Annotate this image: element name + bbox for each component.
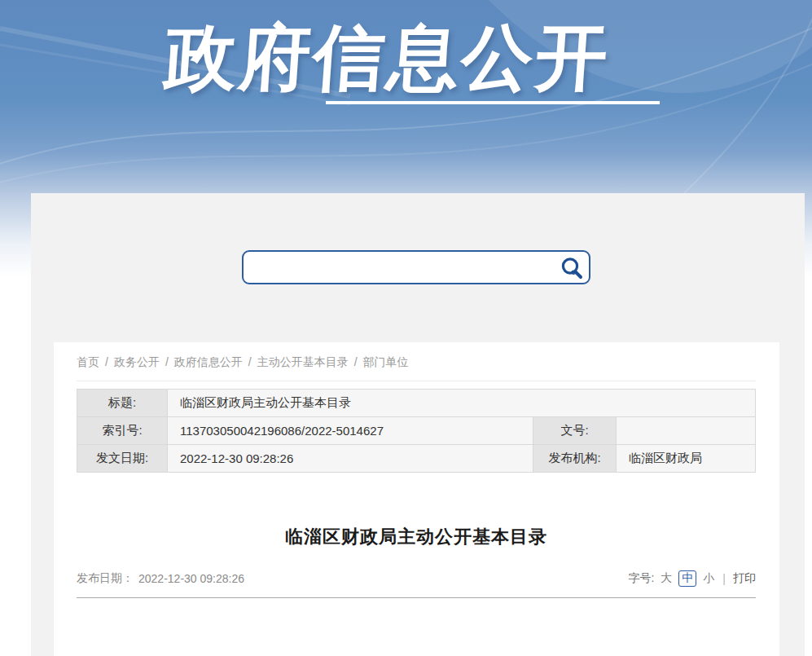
index-number-label: 索引号: xyxy=(77,417,168,445)
page-title: 政府信息公开 xyxy=(0,10,812,107)
title-underline xyxy=(326,101,660,104)
font-size-small-button[interactable]: 小 xyxy=(703,571,714,586)
font-size-large-button[interactable]: 大 xyxy=(661,571,672,586)
content-panel: 首页/政务公开/政府信息公开/主动公开基本目录/部门单位 标题: 临淄区财政局主… xyxy=(31,193,805,656)
doc-number-value xyxy=(617,417,756,445)
breadcrumb-separator: / xyxy=(354,355,358,368)
breadcrumb-zhudonggongkai[interactable]: 主动公开基本目录 xyxy=(257,355,349,368)
search-input[interactable] xyxy=(244,252,589,283)
breadcrumb-separator: / xyxy=(165,355,169,368)
breadcrumb-home[interactable]: 首页 xyxy=(77,355,99,368)
banner: 政府信息公开 xyxy=(0,0,812,193)
breadcrumb: 首页/政务公开/政府信息公开/主动公开基本目录/部门单位 xyxy=(77,352,756,381)
title-label: 标题: xyxy=(77,390,168,417)
issue-date-value: 2022-12-30 09:28:26 xyxy=(168,445,533,473)
search-icon[interactable] xyxy=(560,256,583,280)
font-size-label: 字号: xyxy=(628,571,654,586)
search-box xyxy=(242,250,590,284)
font-size-medium-button[interactable]: 中 xyxy=(678,570,696,587)
publisher-label: 发布机构: xyxy=(533,445,617,473)
document-info-table: 标题: 临淄区财政局主动公开基本目录 索引号: 1137030500421960… xyxy=(77,389,756,473)
table-row-date: 发文日期: 2022-12-30 09:28:26 发布机构: 临淄区财政局 xyxy=(77,445,756,473)
breadcrumb-bumen[interactable]: 部门单位 xyxy=(363,355,409,368)
issue-date-label: 发文日期: xyxy=(77,445,168,473)
meta-separator: | xyxy=(722,572,726,585)
detail-card: 首页/政务公开/政府信息公开/主动公开基本目录/部门单位 标题: 临淄区财政局主… xyxy=(54,342,779,656)
publish-date-label: 发布日期： xyxy=(77,571,134,586)
title-value: 临淄区财政局主动公开基本目录 xyxy=(168,390,756,417)
publish-date-value: 2022-12-30 09:28:26 xyxy=(138,572,244,585)
breadcrumb-separator: / xyxy=(105,355,108,368)
breadcrumb-zhengwu[interactable]: 政务公开 xyxy=(114,355,160,368)
publisher-value: 临淄区财政局 xyxy=(617,445,756,473)
breadcrumb-xinxigongkai[interactable]: 政府信息公开 xyxy=(174,355,243,368)
print-button[interactable]: 打印 xyxy=(733,571,756,586)
breadcrumb-separator: / xyxy=(248,355,252,368)
article-title: 临淄区财政局主动公开基本目录 xyxy=(77,525,756,549)
table-row-index: 索引号: 113703050042196086/2022-5014627 文号: xyxy=(77,417,756,445)
font-size-controls: 字号: 大 中 小 | 打印 xyxy=(628,570,756,587)
doc-number-label: 文号: xyxy=(533,417,617,445)
table-row-title: 标题: 临淄区财政局主动公开基本目录 xyxy=(77,390,756,417)
article-meta-bar: 发布日期： 2022-12-30 09:28:26 字号: 大 中 小 | 打印 xyxy=(77,570,756,598)
index-number-value: 113703050042196086/2022-5014627 xyxy=(168,417,533,445)
publish-date: 发布日期： 2022-12-30 09:28:26 xyxy=(77,571,244,586)
